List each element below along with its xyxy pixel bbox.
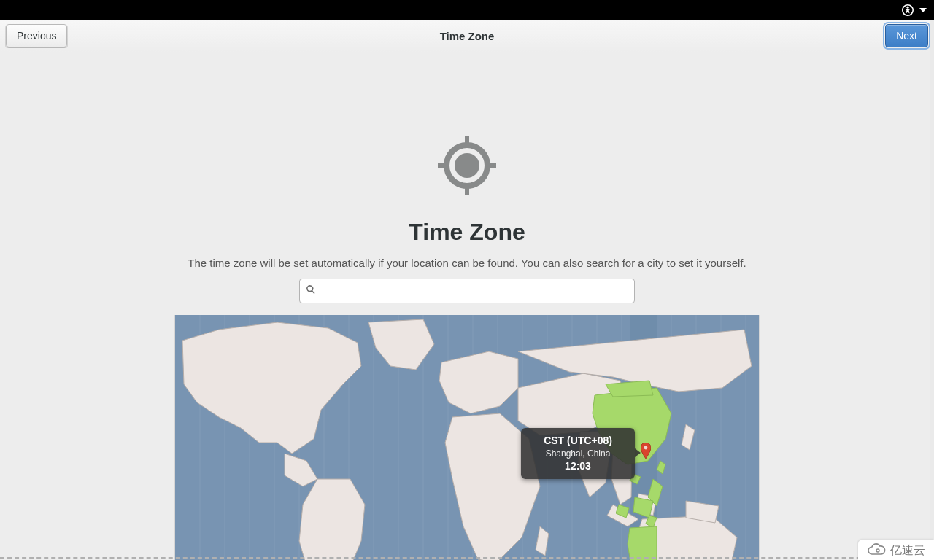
accessibility-icon [902, 4, 914, 16]
content-area: Time Zone The time zone will be set auto… [0, 52, 934, 560]
header-title: Time Zone [440, 30, 495, 42]
location-search[interactable] [299, 279, 635, 303]
next-button[interactable]: Next [885, 24, 928, 47]
selected-timezone-name: CST (UTC+08) [525, 434, 630, 448]
timezone-map[interactable]: CST (UTC+08) Shanghai, China 12:03 [174, 315, 760, 560]
location-search-input[interactable] [320, 279, 628, 303]
chevron-down-icon [919, 8, 927, 12]
cloud-icon [867, 542, 886, 559]
search-icon [306, 284, 320, 298]
watermark-text: 亿速云 [890, 543, 925, 559]
location-crosshair-icon [434, 133, 500, 198]
header-bar: Previous Time Zone Next [0, 20, 934, 52]
page-title: Time Zone [0, 219, 934, 246]
selected-timezone-time: 12:03 [525, 459, 630, 473]
map-pin-icon [641, 443, 651, 459]
scrollbar-vertical[interactable] [930, 20, 934, 560]
accessibility-menu[interactable] [902, 4, 927, 16]
page-description: The time zone will be set automatically … [0, 257, 934, 269]
selected-timezone-city: Shanghai, China [525, 448, 630, 459]
svg-point-27 [644, 446, 648, 450]
top-panel [0, 0, 934, 20]
selected-timezone-tooltip: CST (UTC+08) Shanghai, China 12:03 [521, 428, 635, 479]
watermark: 亿速云 [858, 540, 934, 560]
previous-button[interactable]: Previous [6, 24, 67, 47]
svg-point-28 [876, 549, 879, 552]
svg-point-1 [906, 6, 908, 8]
crop-indicator [0, 557, 934, 559]
